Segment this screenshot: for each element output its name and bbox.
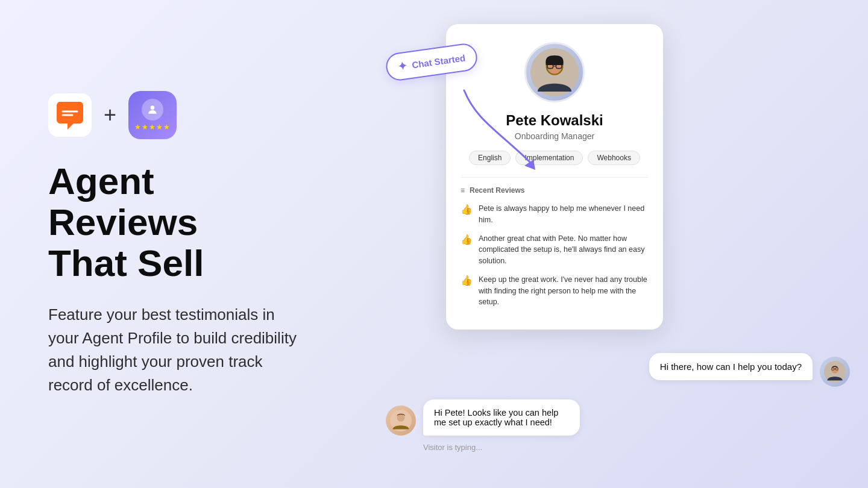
subtext: Feature your best testimonials in your A… bbox=[48, 303, 301, 397]
review-item-2: 👍 Another great chat with Pete. No matte… bbox=[461, 233, 649, 267]
visitor-message-row: Hi Pete! Looks like you can help me set … bbox=[386, 399, 856, 436]
sparkle-icon: ✦ bbox=[397, 59, 408, 74]
left-panel: + ★★★★★ Agent Reviews That Sell Feature … bbox=[0, 55, 350, 434]
tag-webhooks: Webhooks bbox=[588, 151, 640, 165]
review-badge-icon: ★★★★★ bbox=[128, 91, 177, 139]
reviews-section: ≡ Recent Reviews 👍 Pete is always happy … bbox=[461, 177, 649, 308]
headline: Agent Reviews That Sell bbox=[48, 161, 301, 284]
right-panel: ✦ Chat Started bbox=[350, 0, 868, 488]
review-text-3: Keep up the great work. I've never had a… bbox=[479, 274, 649, 308]
livechat-logo bbox=[48, 93, 92, 137]
agent-chat-bubble: Hi there, how can I help you today? bbox=[649, 353, 813, 380]
review-item-3: 👍 Keep up the great work. I've never had… bbox=[461, 274, 649, 308]
review-text-1: Pete is always happy to help me whenever… bbox=[479, 203, 649, 226]
reviews-bars-icon: ≡ bbox=[461, 186, 465, 195]
chat-area: Hi there, how can I help you today? bbox=[386, 353, 856, 452]
review-text-2: Another great chat with Pete. No matter … bbox=[479, 233, 649, 267]
plus-separator: + bbox=[104, 102, 116, 128]
arrow-decoration bbox=[428, 72, 549, 181]
visitor-typing-status: Visitor is typing... bbox=[386, 443, 856, 452]
visitor-chat-bubble: Hi Pete! Looks like you can help me set … bbox=[423, 399, 580, 436]
svg-point-15 bbox=[397, 414, 405, 422]
badge-avatar bbox=[142, 99, 163, 120]
svg-point-10 bbox=[831, 366, 839, 374]
thumbs-up-icon-2: 👍 bbox=[461, 234, 473, 245]
svg-point-1 bbox=[151, 105, 155, 110]
thumbs-up-icon-1: 👍 bbox=[461, 204, 473, 215]
reviews-header: ≡ Recent Reviews bbox=[461, 186, 649, 195]
review-item-1: 👍 Pete is always happy to help me whenev… bbox=[461, 203, 649, 226]
badge-stars: ★★★★★ bbox=[134, 123, 171, 131]
chat-started-label: Chat Started bbox=[411, 52, 466, 70]
agent-avatar-small bbox=[820, 357, 850, 387]
logo-row: + ★★★★★ bbox=[48, 91, 301, 139]
thumbs-up-icon-3: 👍 bbox=[461, 275, 473, 286]
agent-message-row: Hi there, how can I help you today? bbox=[386, 353, 856, 390]
visitor-avatar-small bbox=[386, 405, 416, 436]
